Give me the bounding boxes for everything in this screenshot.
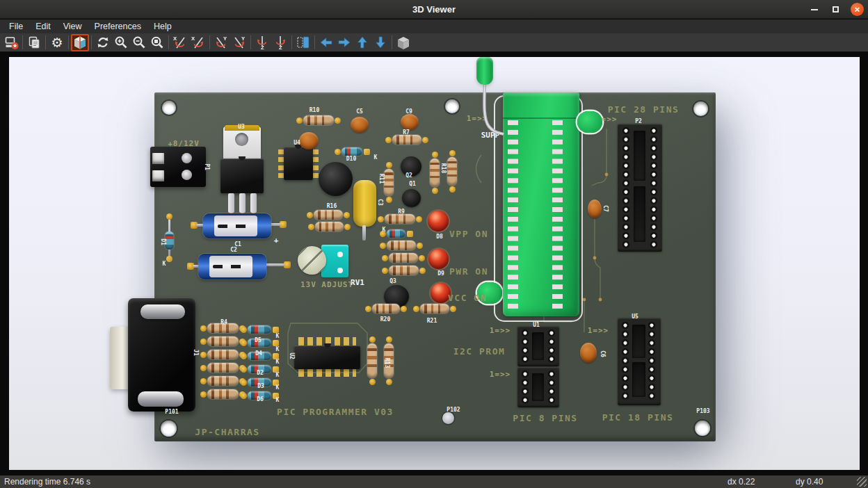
board-silkscreen-layer: U3R10C5C9R7U4D10KQ2Q1R18R11C3R9KR16RV1C1… [154, 92, 716, 441]
silkscreen-label: R20 [380, 316, 390, 323]
pcb-board: U3R10C5C9R7U4D10KQ2Q1R18R11C3R9KR16RV1C1… [154, 92, 716, 441]
silkscreen-label: C6 [600, 350, 606, 357]
silkscreen-label: D4 [255, 350, 262, 357]
silkscreen-label: D10 [346, 156, 356, 162]
pan-left-icon [319, 35, 334, 50]
3d-canvas[interactable]: U3R10C5C9R7U4D10KQ2Q1R18R11C3R9KR16RV1C1… [9, 57, 860, 470]
rotate-y-ccw-button[interactable]: Y [212, 34, 230, 51]
ortho-cube-icon [396, 35, 411, 50]
3d-viewer-window: 3D Viewer × File Edit View Preferences H… [0, 0, 868, 488]
silkscreen-label: PIC PROGRAMMER V03 [277, 407, 394, 417]
silkscreen-label: C2 [230, 247, 237, 253]
toolbar-separator [291, 35, 292, 49]
rotate-y-ccw-icon: Y [214, 35, 229, 50]
menu-bar: File Edit View Preferences Help [0, 19, 868, 33]
zoom-out-button[interactable] [130, 34, 148, 51]
silkscreen-label: 1=>> [490, 370, 511, 379]
silkscreen-label: +8/12V [168, 139, 200, 148]
silkscreen-label: P1 [204, 163, 210, 170]
silkscreen-label: C3 [377, 199, 383, 206]
silkscreen-label: RV1 [351, 278, 364, 287]
close-icon: × [855, 5, 860, 14]
silkscreen-label: U3 [238, 124, 245, 130]
menu-file[interactable]: File [3, 20, 29, 33]
silkscreen-label: P103 [696, 408, 709, 414]
svg-text:X: X [173, 35, 177, 42]
menu-preferences[interactable]: Preferences [88, 20, 147, 33]
silkscreen-label: R10 [310, 107, 319, 113]
silkscreen-label: U4 [294, 140, 300, 146]
canvas-frame: U3R10C5C9R7U4D10KQ2Q1R18R11C3R9KR16RV1C1… [0, 52, 868, 475]
rotate-z-cw-button[interactable]: Z [271, 34, 289, 51]
silkscreen-label: PIC 18 PINS [602, 412, 674, 423]
pan-down-icon [373, 35, 388, 50]
toolbar-separator [314, 35, 315, 49]
export-image-button[interactable] [2, 34, 20, 51]
rotate-z-cw-icon: Z [273, 35, 288, 50]
silkscreen-label: P101 [165, 409, 178, 415]
silkscreen-label: U2 [289, 352, 295, 359]
menu-view[interactable]: View [57, 20, 88, 33]
rotate-y-cw-icon: Y [232, 35, 247, 50]
silkscreen-label: R18 [440, 163, 447, 173]
refresh-view-button[interactable] [94, 34, 112, 51]
close-button[interactable]: × [851, 3, 864, 16]
flip-board-button[interactable] [294, 34, 312, 51]
zoom-fit-button[interactable] [148, 34, 166, 51]
silkscreen-label: PIC 8 PINS [513, 413, 577, 423]
zoom-in-icon [113, 35, 129, 50]
zoom-out-icon [131, 35, 147, 50]
resize-grip[interactable] [857, 477, 867, 487]
silkscreen-label: I2C PROM [453, 346, 506, 357]
rotate-x-ccw-button[interactable]: X [171, 34, 189, 51]
silkscreen-label: P102 [447, 407, 460, 413]
menu-help[interactable]: Help [147, 20, 178, 33]
maximize-button[interactable] [829, 3, 842, 16]
silkscreen-label: JP-CHARRAS [195, 427, 259, 437]
silkscreen-label: D5 [255, 337, 262, 343]
pan-down-button[interactable] [371, 34, 389, 51]
render-settings-button[interactable]: ⚙ [48, 34, 66, 51]
pan-right-button[interactable] [335, 34, 353, 51]
toolbar-separator [45, 35, 46, 49]
silkscreen-label: VCC ON [448, 293, 487, 303]
silkscreen-label: K [276, 346, 280, 352]
rotate-x-cw-button[interactable]: X [189, 34, 207, 51]
silkscreen-label: R13 [384, 358, 390, 368]
silkscreen-label: U5 [632, 314, 638, 320]
silkscreen-label: PWR ON [449, 266, 488, 277]
pan-up-button[interactable] [353, 34, 371, 51]
silkscreen-label: C5 [356, 108, 363, 115]
silkscreen-label: D3 [257, 383, 264, 389]
title-bar[interactable]: 3D Viewer × [0, 0, 868, 19]
svg-text:X: X [191, 35, 195, 42]
rotate-y-cw-button[interactable]: Y [230, 34, 248, 51]
silkscreen-label: R4 [220, 319, 227, 325]
silkscreen-label: D9 [437, 270, 444, 277]
silkscreen-label: K [374, 154, 378, 161]
rendering-time-status: Rendering time 6.746 s [4, 477, 90, 487]
rotate-z-ccw-button[interactable]: Z [253, 34, 271, 51]
rotate-z-ccw-icon: Z [255, 35, 270, 50]
silkscreen-label: =>> [602, 115, 618, 124]
copy-image-button[interactable] [25, 34, 43, 51]
toolbar: ⚙ [0, 33, 868, 52]
raytracing-cube-button[interactable] [71, 34, 89, 51]
silkscreen-label: Q1 [409, 181, 416, 187]
minimize-button[interactable] [807, 3, 821, 16]
pan-up-icon [355, 35, 370, 50]
pan-left-button[interactable] [317, 34, 335, 51]
silkscreen-label: R9 [398, 209, 405, 215]
silkscreen-label: D8 [436, 234, 443, 240]
silkscreen-label: 13V ADJUST [300, 280, 353, 289]
silkscreen-label: U1 [533, 322, 540, 328]
gear-icon: ⚙ [51, 36, 63, 49]
ortho-view-button[interactable] [394, 34, 412, 51]
zoom-in-button[interactable] [112, 34, 130, 51]
menu-edit[interactable]: Edit [29, 20, 57, 33]
pan-right-icon [337, 35, 352, 50]
toolbar-separator [22, 35, 23, 49]
silkscreen-label: 1=>> [588, 326, 609, 335]
refresh-icon [95, 35, 111, 50]
silkscreen-label: K [276, 372, 280, 378]
